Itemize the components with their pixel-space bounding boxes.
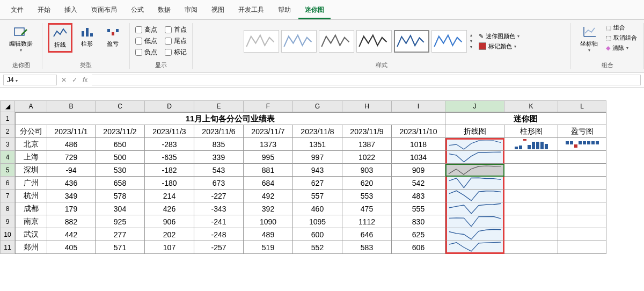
style-gallery[interactable]: ▴▾▾ [244,30,472,53]
row-header-2[interactable]: 2 [0,125,15,138]
sparkline-winloss-button[interactable]: 盈亏 [101,23,124,50]
row-header-10[interactable]: 10 [0,228,15,241]
data-cell[interactable]: -635 [145,151,194,164]
header-cell[interactable]: 2023/11/6 [194,125,244,138]
data-cell[interactable]: 995 [244,151,293,164]
data-cell[interactable]: -182 [145,164,194,177]
check-first-point[interactable]: 首点 [165,25,187,34]
sparkline-line-button[interactable]: 折线 [48,23,72,53]
city-cell[interactable]: 郑州 [15,241,47,254]
empty-cell[interactable] [504,241,558,254]
tab-开发工具[interactable]: 开发工具 [232,2,270,19]
sparkline-bar-cell[interactable] [504,138,558,151]
empty-cell[interactable] [504,151,558,164]
city-cell[interactable]: 南京 [15,215,47,228]
data-cell[interactable]: 557 [293,190,342,202]
sparkline-color-button[interactable]: ✎ 迷你图颜色▾ [479,32,519,40]
data-cell[interactable]: 179 [47,202,96,215]
data-cell[interactable]: 489 [244,228,293,241]
data-cell[interactable]: 530 [96,164,145,177]
data-cell[interactable]: 646 [342,228,392,241]
data-cell[interactable]: 625 [392,228,445,241]
data-cell[interactable]: 1351 [293,138,342,151]
group-button[interactable]: ⬚组合 [605,23,638,32]
sparkline-line-cell[interactable] [445,164,504,177]
empty-cell[interactable] [504,177,558,190]
col-header-L[interactable]: L [558,100,606,112]
data-cell[interactable]: -94 [47,164,96,177]
city-cell[interactable]: 上海 [15,151,47,164]
style-preset-2[interactable] [319,30,354,53]
data-cell[interactable]: 578 [96,190,145,202]
data-cell[interactable]: 436 [47,177,96,190]
data-cell[interactable]: -180 [145,177,194,190]
tab-公式[interactable]: 公式 [125,2,150,19]
data-cell[interactable]: 658 [96,177,145,190]
data-cell[interactable]: 571 [96,241,145,254]
header-cell[interactable]: 2023/11/7 [244,125,293,138]
data-cell[interactable]: 925 [96,215,145,228]
row-header-9[interactable]: 9 [0,215,15,228]
data-cell[interactable]: 673 [194,177,244,190]
city-cell[interactable]: 武汉 [15,228,47,241]
row-header-7[interactable]: 7 [0,190,15,202]
empty-cell[interactable] [504,202,558,215]
data-cell[interactable]: 339 [194,151,244,164]
empty-cell[interactable] [504,215,558,228]
sparkline-line-cell[interactable] [445,190,504,202]
fx-icon[interactable]: fx [83,76,87,84]
tab-开始[interactable]: 开始 [31,2,57,19]
style-preset-1[interactable] [281,30,317,53]
empty-cell[interactable] [558,215,606,228]
check-high-point[interactable]: 高点 [135,25,157,34]
data-cell[interactable]: 906 [145,215,194,228]
empty-cell[interactable] [504,228,558,241]
col-header-H[interactable]: H [342,100,392,112]
data-cell[interactable]: 909 [392,164,445,177]
empty-cell[interactable] [504,164,558,177]
cancel-formula-icon[interactable]: ✕ [61,76,67,84]
sparkline-line-cell[interactable] [445,241,504,254]
check-markers[interactable]: 标记 [165,48,187,57]
empty-cell[interactable] [558,190,606,202]
data-cell[interactable]: 1018 [392,138,445,151]
data-cell[interactable]: 729 [47,151,96,164]
data-cell[interactable]: -283 [145,138,194,151]
data-cell[interactable]: 349 [47,190,96,202]
sparkline-line-cell[interactable] [445,138,504,151]
data-cell[interactable]: 1387 [342,138,392,151]
data-cell[interactable]: 405 [47,241,96,254]
header-cell[interactable]: 2023/11/9 [342,125,392,138]
check-neg-point[interactable]: 负点 [135,48,157,57]
row-header-4[interactable]: 4 [0,151,15,164]
style-preset-3[interactable] [356,30,392,53]
city-cell[interactable]: 深圳 [15,164,47,177]
tab-插入[interactable]: 插入 [58,2,84,19]
data-cell[interactable]: 650 [96,138,145,151]
data-cell[interactable]: 1373 [244,138,293,151]
check-last-point[interactable]: 尾点 [165,37,187,46]
col-header-F[interactable]: F [244,100,293,112]
select-all-corner[interactable]: ◢ [0,100,15,112]
header-cell[interactable]: 2023/11/8 [293,125,342,138]
formula-bar[interactable] [92,75,641,85]
title-cell[interactable]: 11月上旬各分公司业绩表 [15,112,445,125]
city-cell[interactable]: 北京 [15,138,47,151]
ungroup-button[interactable]: ⬚取消组合 [605,33,638,42]
data-cell[interactable]: 392 [244,202,293,215]
data-cell[interactable]: 684 [244,177,293,190]
data-cell[interactable]: 214 [145,190,194,202]
sparkline-line-cell[interactable] [445,228,504,241]
data-cell[interactable]: 107 [145,241,194,254]
data-cell[interactable]: 943 [293,164,342,177]
data-cell[interactable]: -257 [194,241,244,254]
mini-header-cell[interactable]: 迷你图 [445,112,606,125]
data-cell[interactable]: 486 [47,138,96,151]
data-cell[interactable]: -227 [194,190,244,202]
data-cell[interactable]: 997 [293,151,342,164]
tab-数据[interactable]: 数据 [151,2,177,19]
header-cell[interactable]: 分公司 [15,125,47,138]
data-cell[interactable]: 835 [194,138,244,151]
data-cell[interactable]: -241 [194,215,244,228]
data-cell[interactable]: 202 [145,228,194,241]
